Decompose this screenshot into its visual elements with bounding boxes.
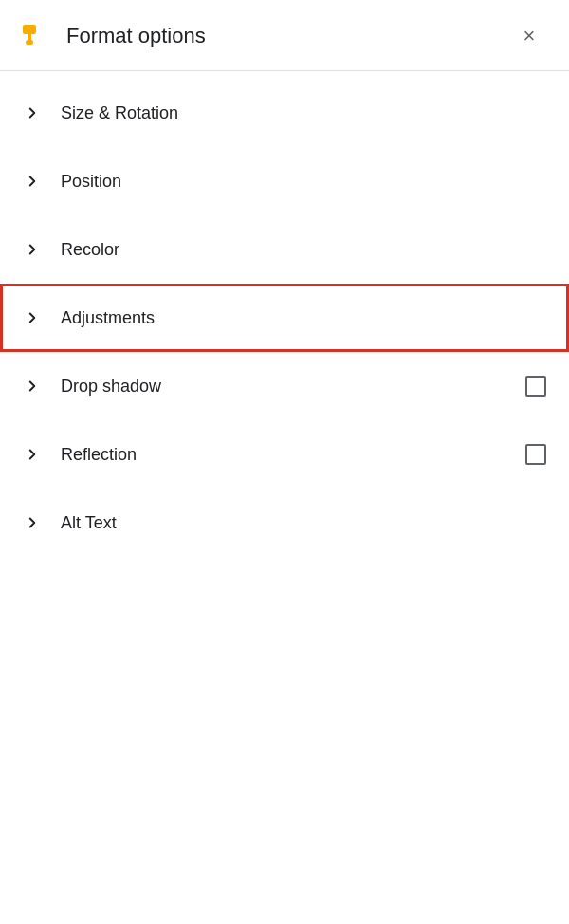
menu-label-adjustments: Adjustments (61, 308, 546, 328)
close-button[interactable]: × (512, 19, 546, 53)
chevron-right-icon (19, 441, 46, 468)
menu-item-drop-shadow[interactable]: Drop shadow (0, 352, 569, 420)
reflection-checkbox[interactable] (525, 444, 546, 465)
menu-item-size-rotation[interactable]: Size & Rotation (0, 79, 569, 147)
menu-item-reflection[interactable]: Reflection (0, 420, 569, 489)
header-left: Format options (19, 19, 206, 53)
menu-label-recolor: Recolor (61, 240, 546, 260)
panel-title: Format options (66, 24, 206, 48)
chevron-right-icon (19, 236, 46, 263)
format-brush-icon (19, 19, 53, 53)
chevron-right-icon (19, 305, 46, 331)
menu-label-alt-text: Alt Text (61, 513, 546, 533)
format-options-header: Format options × (0, 0, 569, 71)
menu-list: Size & Rotation Position Recolor Adjustm… (0, 71, 569, 564)
chevron-right-icon (19, 373, 46, 399)
menu-label-reflection: Reflection (61, 445, 525, 465)
chevron-right-icon (19, 100, 46, 126)
drop-shadow-checkbox[interactable] (525, 376, 546, 397)
chevron-right-icon (19, 509, 46, 536)
svg-rect-0 (23, 25, 36, 34)
menu-item-position[interactable]: Position (0, 147, 569, 215)
menu-label-drop-shadow: Drop shadow (61, 377, 525, 397)
menu-item-alt-text[interactable]: Alt Text (0, 489, 569, 557)
menu-label-size-rotation: Size & Rotation (61, 103, 546, 123)
chevron-right-icon (19, 168, 46, 194)
svg-rect-2 (26, 40, 33, 45)
menu-item-recolor[interactable]: Recolor (0, 215, 569, 284)
menu-item-adjustments[interactable]: Adjustments (0, 284, 569, 352)
menu-label-position: Position (61, 172, 546, 192)
